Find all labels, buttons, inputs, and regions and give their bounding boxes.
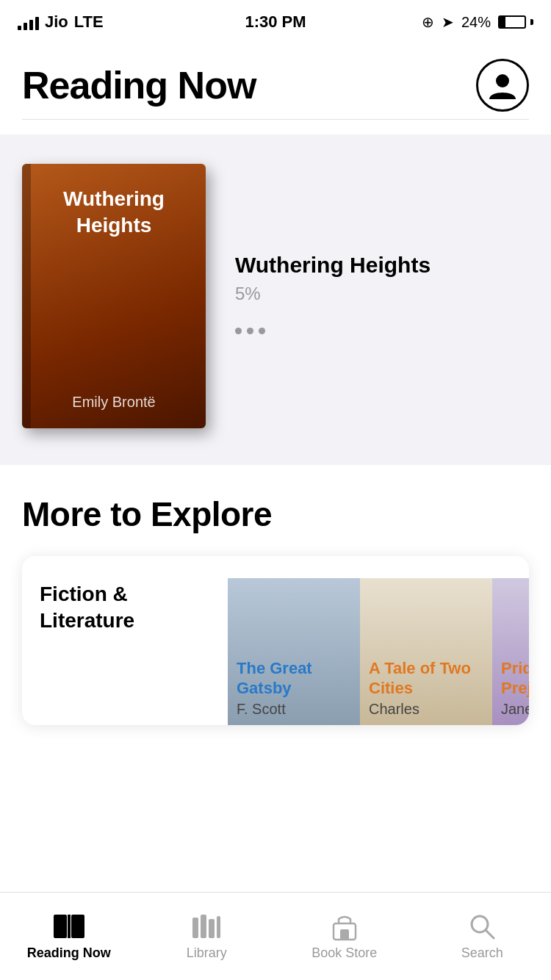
svg-rect-5 bbox=[201, 915, 206, 938]
book-author-1: F. Scott bbox=[237, 701, 351, 718]
book-thumbnail-2: A Tale of Two Cities Charles bbox=[360, 578, 492, 725]
svg-rect-3 bbox=[68, 915, 71, 938]
header-divider bbox=[22, 119, 529, 120]
list-item[interactable]: A Tale of Two Cities Charles bbox=[360, 578, 492, 725]
nav-search[interactable]: Search bbox=[414, 893, 552, 980]
carrier-info: Jio LTE bbox=[18, 12, 104, 32]
explore-title: More to Explore bbox=[22, 494, 529, 534]
signal-icon bbox=[18, 14, 39, 30]
dot-3 bbox=[259, 328, 265, 334]
status-time: 1:30 PM bbox=[245, 12, 306, 32]
fiction-category-label: Fiction &Literature bbox=[22, 578, 228, 725]
list-item[interactable]: Pride and Prejudice Jane Aus bbox=[492, 578, 529, 725]
book-info: Wuthering Heights 5% bbox=[235, 253, 529, 340]
nav-search-label: Search bbox=[461, 945, 503, 961]
page-title: Reading Now bbox=[22, 63, 256, 107]
battery-percent: 24% bbox=[461, 14, 491, 31]
search-icon bbox=[464, 912, 500, 941]
dot-1 bbox=[235, 328, 242, 334]
book-cover-title: Wuthering Heights bbox=[37, 186, 191, 239]
nav-reading-now-label: Reading Now bbox=[27, 945, 111, 961]
svg-rect-9 bbox=[340, 929, 349, 940]
svg-point-0 bbox=[496, 74, 509, 87]
location-icon: ⊕ bbox=[422, 13, 434, 31]
book-store-icon bbox=[326, 912, 363, 941]
status-indicators: ⊕ ➤ 24% bbox=[422, 13, 533, 31]
page-header: Reading Now bbox=[0, 44, 551, 119]
explore-section: More to Explore Fiction &Literature The … bbox=[0, 465, 551, 740]
profile-button[interactable] bbox=[476, 59, 529, 112]
svg-rect-6 bbox=[209, 919, 215, 938]
status-bar: Jio LTE 1:30 PM ⊕ ➤ 24% bbox=[0, 0, 551, 44]
currently-reading-section: Wuthering Heights Emily Brontë Wuthering… bbox=[0, 134, 551, 465]
fiction-books-list: The Great Gatsby F. Scott A Tale of Two … bbox=[228, 578, 529, 725]
book-title-1: The Great Gatsby bbox=[237, 659, 351, 698]
nav-reading-now[interactable]: Reading Now bbox=[0, 893, 138, 980]
nav-library[interactable]: Library bbox=[138, 893, 276, 980]
book-progress: 5% bbox=[235, 284, 529, 304]
gps-icon: ➤ bbox=[442, 13, 454, 31]
library-icon bbox=[188, 912, 225, 941]
bottom-navigation: Reading Now Library Book Store bbox=[0, 892, 551, 980]
fiction-literature-card[interactable]: Fiction &Literature The Great Gatsby F. … bbox=[22, 556, 529, 725]
book-thumbnail-3: Pride and Prejudice Jane Aus bbox=[492, 578, 529, 725]
nav-book-store-label: Book Store bbox=[311, 945, 377, 961]
svg-rect-4 bbox=[192, 918, 198, 938]
book-thumbnail-1: The Great Gatsby F. Scott bbox=[228, 578, 360, 725]
book-author-3: Jane Aus bbox=[501, 701, 529, 718]
svg-rect-7 bbox=[217, 916, 220, 938]
carrier-name: Jio bbox=[45, 12, 68, 32]
svg-rect-2 bbox=[71, 915, 84, 938]
dot-2 bbox=[247, 328, 253, 334]
book-author-2: Charles bbox=[369, 701, 483, 718]
book-cover-author: Emily Brontë bbox=[37, 394, 191, 411]
book-title-3: Pride and Prejudice bbox=[501, 659, 529, 698]
svg-line-11 bbox=[486, 930, 494, 938]
list-item[interactable]: The Great Gatsby F. Scott bbox=[228, 578, 360, 725]
nav-book-store[interactable]: Book Store bbox=[276, 893, 414, 980]
book-more-button[interactable] bbox=[235, 322, 529, 340]
network-type: LTE bbox=[74, 12, 104, 32]
book-title: Wuthering Heights bbox=[235, 253, 529, 278]
profile-icon bbox=[486, 68, 519, 102]
book-cover[interactable]: Wuthering Heights Emily Brontë bbox=[22, 164, 206, 428]
book-title-2: A Tale of Two Cities bbox=[369, 659, 483, 698]
reading-now-icon bbox=[51, 912, 87, 941]
svg-rect-1 bbox=[54, 915, 67, 938]
battery-icon bbox=[498, 15, 533, 29]
nav-library-label: Library bbox=[187, 945, 227, 961]
